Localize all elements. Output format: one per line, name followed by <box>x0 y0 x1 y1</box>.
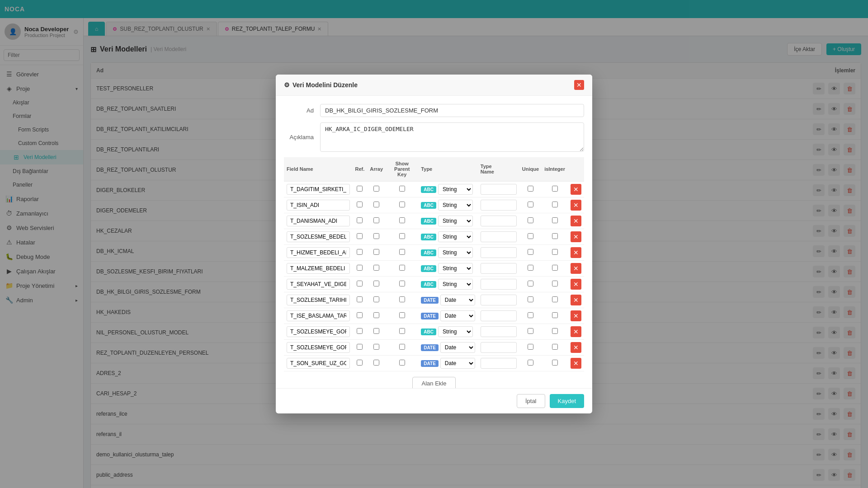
field-ref-checkbox[interactable] <box>357 233 363 239</box>
field-type-name-input[interactable] <box>481 279 517 290</box>
field-unique-checkbox[interactable] <box>528 344 533 350</box>
field-name-input[interactable] <box>287 295 350 305</box>
field-unique-checkbox[interactable] <box>528 281 533 286</box>
type-select[interactable]: String Date Number Boolean <box>438 216 473 226</box>
delete-field-button[interactable]: ✕ <box>571 310 581 321</box>
field-type-name-input[interactable] <box>481 358 517 369</box>
field-ref-checkbox[interactable] <box>357 249 363 255</box>
delete-field-button[interactable]: ✕ <box>571 247 581 258</box>
field-array-checkbox[interactable] <box>373 202 379 207</box>
field-is-integer-checkbox[interactable] <box>552 281 558 286</box>
field-is-integer-checkbox[interactable] <box>552 265 558 271</box>
field-name-input[interactable] <box>287 231 350 242</box>
field-type-name-input[interactable] <box>481 342 517 353</box>
modal-close-button[interactable]: ✕ <box>574 80 584 90</box>
field-is-integer-checkbox[interactable] <box>552 328 558 334</box>
field-unique-checkbox[interactable] <box>528 328 533 334</box>
type-select[interactable]: String Date Number Boolean <box>438 263 473 274</box>
type-select[interactable]: String Date Number Boolean <box>440 342 475 353</box>
type-select[interactable]: String Date Number Boolean <box>438 326 473 337</box>
delete-field-button[interactable]: ✕ <box>571 342 581 353</box>
field-show-parent-key-checkbox[interactable] <box>399 186 405 192</box>
field-array-checkbox[interactable] <box>373 328 379 334</box>
field-unique-checkbox[interactable] <box>528 360 533 366</box>
field-is-integer-checkbox[interactable] <box>552 344 558 350</box>
field-unique-checkbox[interactable] <box>528 296 533 302</box>
field-is-integer-checkbox[interactable] <box>552 360 558 366</box>
field-show-parent-key-checkbox[interactable] <box>399 217 405 223</box>
delete-field-button[interactable]: ✕ <box>571 295 581 305</box>
field-unique-checkbox[interactable] <box>528 265 533 271</box>
field-is-integer-checkbox[interactable] <box>552 186 558 192</box>
field-array-checkbox[interactable] <box>373 312 379 318</box>
delete-field-button[interactable]: ✕ <box>571 184 581 195</box>
field-unique-checkbox[interactable] <box>528 233 533 239</box>
type-select[interactable]: String Date Number Boolean <box>440 310 475 321</box>
field-is-integer-checkbox[interactable] <box>552 249 558 255</box>
field-array-checkbox[interactable] <box>373 296 379 302</box>
save-button[interactable]: Kaydet <box>550 394 584 408</box>
field-is-integer-checkbox[interactable] <box>552 202 558 207</box>
field-ref-checkbox[interactable] <box>357 296 363 302</box>
field-array-checkbox[interactable] <box>373 186 379 192</box>
field-show-parent-key-checkbox[interactable] <box>399 281 405 286</box>
delete-field-button[interactable]: ✕ <box>571 231 581 242</box>
field-array-checkbox[interactable] <box>373 249 379 255</box>
field-show-parent-key-checkbox[interactable] <box>399 202 405 207</box>
delete-field-button[interactable]: ✕ <box>571 216 581 226</box>
field-is-integer-checkbox[interactable] <box>552 312 558 318</box>
delete-field-button[interactable]: ✕ <box>571 326 581 337</box>
field-ref-checkbox[interactable] <box>357 265 363 271</box>
field-type-name-input[interactable] <box>481 184 517 195</box>
field-type-name-input[interactable] <box>481 247 517 258</box>
field-show-parent-key-checkbox[interactable] <box>399 249 405 255</box>
cancel-button[interactable]: İptal <box>517 394 545 408</box>
field-type-name-input[interactable] <box>481 326 517 337</box>
field-name-input[interactable] <box>287 216 350 226</box>
field-show-parent-key-checkbox[interactable] <box>399 233 405 239</box>
field-show-parent-key-checkbox[interactable] <box>399 312 405 318</box>
field-array-checkbox[interactable] <box>373 281 379 286</box>
type-select[interactable]: String Date Number Boolean <box>438 231 473 242</box>
field-ref-checkbox[interactable] <box>357 328 363 334</box>
field-name-input[interactable] <box>287 326 350 337</box>
field-name-input[interactable] <box>287 263 350 274</box>
field-ref-checkbox[interactable] <box>357 360 363 366</box>
ad-input[interactable] <box>320 104 584 117</box>
field-type-name-input[interactable] <box>481 263 517 274</box>
field-is-integer-checkbox[interactable] <box>552 296 558 302</box>
field-ref-checkbox[interactable] <box>357 344 363 350</box>
field-type-name-input[interactable] <box>481 200 517 211</box>
field-unique-checkbox[interactable] <box>528 312 533 318</box>
field-array-checkbox[interactable] <box>373 233 379 239</box>
field-name-input[interactable] <box>287 184 350 195</box>
field-name-input[interactable] <box>287 200 350 211</box>
field-ref-checkbox[interactable] <box>357 217 363 223</box>
field-name-input[interactable] <box>287 247 350 258</box>
field-show-parent-key-checkbox[interactable] <box>399 296 405 302</box>
field-name-input[interactable] <box>287 342 350 353</box>
aciklama-input[interactable]: HK_ARKA_IC_DIGER_ODEMELER <box>320 122 584 152</box>
type-select[interactable]: String Date Number Boolean <box>438 184 473 195</box>
field-type-name-input[interactable] <box>481 295 517 305</box>
field-show-parent-key-checkbox[interactable] <box>399 265 405 271</box>
field-unique-checkbox[interactable] <box>528 186 533 192</box>
delete-field-button[interactable]: ✕ <box>571 279 581 290</box>
field-is-integer-checkbox[interactable] <box>552 233 558 239</box>
field-unique-checkbox[interactable] <box>528 202 533 207</box>
add-field-button[interactable]: Alan Ekle <box>412 377 456 388</box>
field-type-name-input[interactable] <box>481 216 517 226</box>
field-ref-checkbox[interactable] <box>357 312 363 318</box>
type-select[interactable]: String Date Number Boolean <box>438 200 473 211</box>
field-show-parent-key-checkbox[interactable] <box>399 344 405 350</box>
field-type-name-input[interactable] <box>481 231 517 242</box>
field-name-input[interactable] <box>287 358 350 369</box>
field-show-parent-key-checkbox[interactable] <box>399 328 405 334</box>
field-ref-checkbox[interactable] <box>357 186 363 192</box>
delete-field-button[interactable]: ✕ <box>571 200 581 211</box>
field-array-checkbox[interactable] <box>373 217 379 223</box>
field-ref-checkbox[interactable] <box>357 202 363 207</box>
field-name-input[interactable] <box>287 279 350 290</box>
delete-field-button[interactable]: ✕ <box>571 358 581 369</box>
type-select[interactable]: String Date Number Boolean <box>438 279 473 290</box>
